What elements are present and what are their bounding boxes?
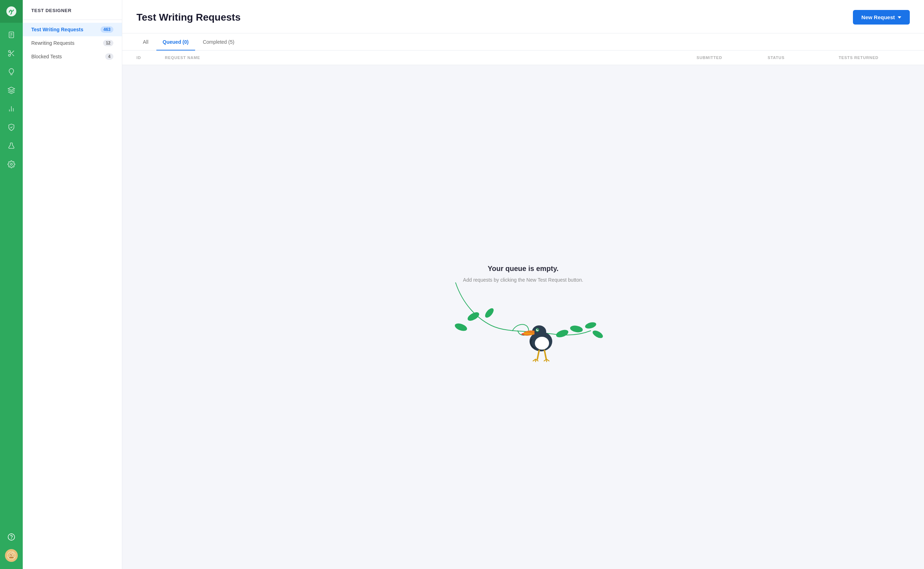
svg-point-22 xyxy=(484,307,495,319)
empty-state: Your queue is empty. Add requests by cli… xyxy=(122,65,924,569)
nav-item-count: 4 xyxy=(105,53,113,60)
nav-dashboard-icon[interactable] xyxy=(0,81,23,100)
table-header: IDREQUEST NAMESUBMITTEDSTATUSTESTS RETUR… xyxy=(122,50,924,65)
nav-settings-icon[interactable] xyxy=(0,155,23,173)
app-title: TEST DESIGNER xyxy=(31,8,113,13)
main-content: Test Writing Requests New Request AllQue… xyxy=(122,0,924,569)
svg-point-14 xyxy=(10,163,12,165)
tab-queued[interactable]: Queued (0) xyxy=(156,33,195,50)
tab-completed[interactable]: Completed (5) xyxy=(197,33,241,50)
svg-point-15 xyxy=(8,534,15,540)
svg-point-6 xyxy=(9,55,11,56)
nav-shield-icon[interactable] xyxy=(0,118,23,137)
new-request-button[interactable]: New Request xyxy=(853,10,910,24)
nav-item-label: Blocked Tests xyxy=(31,54,62,59)
empty-state-title: Your queue is empty. xyxy=(488,265,558,273)
nav-bulb-icon[interactable] xyxy=(0,62,23,81)
nav-item-label: Rewriting Requests xyxy=(31,40,74,46)
user-avatar[interactable] xyxy=(0,546,23,565)
sidebar-item-test-writing-requests[interactable]: Test Writing Requests463 xyxy=(23,23,122,36)
svg-point-25 xyxy=(584,321,597,330)
nav-help-icon[interactable] xyxy=(0,528,23,546)
svg-line-33 xyxy=(537,350,539,359)
chevron-down-icon xyxy=(898,16,901,18)
nav-item-count: 463 xyxy=(100,26,113,33)
new-request-label: New Request xyxy=(862,14,895,20)
svg-point-21 xyxy=(454,322,468,332)
table-col-id: ID xyxy=(137,55,165,60)
nav-item-label: Test Writing Requests xyxy=(31,27,83,32)
nav-item-count: 12 xyxy=(103,40,113,46)
sidebar-item-rewriting-requests[interactable]: Rewriting Requests12 xyxy=(23,36,122,50)
table-col-tests-returned: TESTS RETURNED xyxy=(839,55,910,60)
nav-document-icon[interactable] xyxy=(0,26,23,44)
left-panel: TEST DESIGNER Test Writing Requests463Re… xyxy=(23,0,122,569)
svg-point-23 xyxy=(555,328,569,339)
svg-line-9 xyxy=(10,52,11,53)
tab-all[interactable]: All xyxy=(137,33,155,50)
nav-chart-icon[interactable] xyxy=(0,100,23,118)
svg-line-8 xyxy=(12,54,14,56)
nav-scissors-icon[interactable] xyxy=(0,44,23,62)
nav-flask-icon[interactable] xyxy=(0,137,23,155)
left-panel-header: TEST DESIGNER xyxy=(23,0,122,20)
svg-point-24 xyxy=(570,325,584,333)
svg-point-26 xyxy=(591,329,604,339)
tabs-bar: AllQueued (0)Completed (5) xyxy=(122,33,924,50)
app-logo[interactable] xyxy=(0,0,23,23)
svg-point-32 xyxy=(537,329,539,330)
svg-line-34 xyxy=(545,350,546,359)
table-col-submitted: SUBMITTED xyxy=(696,55,768,60)
page-title: Test Writing Requests xyxy=(137,12,241,23)
icon-sidebar xyxy=(0,0,23,569)
nav-list: Test Writing Requests463Rewriting Reques… xyxy=(23,20,122,66)
sidebar-bottom xyxy=(0,528,23,569)
svg-point-29 xyxy=(535,337,549,350)
toucan-illustration xyxy=(434,275,612,370)
sidebar-item-blocked-tests[interactable]: Blocked Tests4 xyxy=(23,50,122,63)
svg-point-5 xyxy=(9,50,11,53)
nav-icons xyxy=(0,23,23,528)
main-header: Test Writing Requests New Request xyxy=(122,0,924,33)
table-col-status: STATUS xyxy=(768,55,839,60)
svg-point-19 xyxy=(11,553,13,555)
table-col-request-name: REQUEST NAME xyxy=(165,55,696,60)
